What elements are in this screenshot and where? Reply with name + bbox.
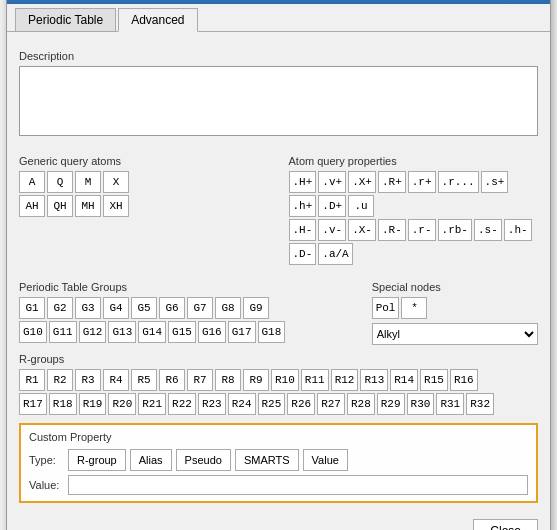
r-group-btn-R24[interactable]: R24 (228, 393, 256, 415)
value-label: Value: (29, 479, 64, 491)
description-label: Description (19, 50, 538, 62)
r-groups-row1: R1R2R3R4R5R6R7R8R9R10R11R12R13R14R15R16 (19, 369, 538, 391)
type-label: Type: (29, 454, 64, 466)
periodic-btn-G3[interactable]: G3 (75, 297, 101, 319)
r-group-btn-R18[interactable]: R18 (49, 393, 77, 415)
periodic-btn-G4[interactable]: G4 (103, 297, 129, 319)
r-group-btn-R22[interactable]: R22 (168, 393, 196, 415)
generic-btn-A[interactable]: A (19, 171, 45, 193)
r-group-btn-R19[interactable]: R19 (79, 393, 107, 415)
atom-query-btn-D[interactable]: .D+ (318, 195, 346, 217)
tab-bar: Periodic Table Advanced (7, 4, 550, 32)
r-group-btn-R4[interactable]: R4 (103, 369, 129, 391)
type-btn-r-group[interactable]: R-group (68, 449, 126, 471)
generic-btn-XH[interactable]: XH (103, 195, 129, 217)
r-group-btn-R28[interactable]: R28 (347, 393, 375, 415)
atom-query-btn-R[interactable]: .R- (378, 219, 406, 241)
generic-btn-X[interactable]: X (103, 171, 129, 193)
value-input[interactable] (68, 475, 528, 495)
atom-query-btn-rb[interactable]: .rb- (438, 219, 472, 241)
periodic-btn-G16[interactable]: G16 (198, 321, 226, 343)
periodic-row1: G1G2G3G4G5G6G7G8G9 (19, 297, 352, 319)
r-group-btn-R16[interactable]: R16 (450, 369, 478, 391)
type-btn-alias[interactable]: Alias (130, 449, 172, 471)
r-group-btn-R20[interactable]: R20 (108, 393, 136, 415)
periodic-btn-G10[interactable]: G10 (19, 321, 47, 343)
type-btn-pseudo[interactable]: Pseudo (176, 449, 231, 471)
advanced-panel: Description Generic query atoms AQMX AHQ… (7, 32, 550, 513)
r-group-btn-R14[interactable]: R14 (390, 369, 418, 391)
special-btn-Pol[interactable]: Pol (372, 297, 400, 319)
r-group-btn-R10[interactable]: R10 (271, 369, 299, 391)
r-group-btn-R29[interactable]: R29 (377, 393, 405, 415)
periodic-btn-G1[interactable]: G1 (19, 297, 45, 319)
atom-query-row1: .H+.v+.X+.R+.r+.r....s+.h+.D+.u (289, 171, 539, 217)
periodic-btn-G11[interactable]: G11 (49, 321, 77, 343)
atom-query-btn-u[interactable]: .u (348, 195, 374, 217)
r-group-btn-R13[interactable]: R13 (360, 369, 388, 391)
periodic-btn-G6[interactable]: G6 (159, 297, 185, 319)
atom-query-btn-v[interactable]: .v+ (318, 171, 346, 193)
atom-query-btn-aA[interactable]: .a/A (318, 243, 352, 265)
atom-query-btn-X[interactable]: .X+ (348, 171, 376, 193)
atom-query-btn-H[interactable]: .H- (289, 219, 317, 241)
r-group-btn-R23[interactable]: R23 (198, 393, 226, 415)
atom-query-btn-H[interactable]: .H+ (289, 171, 317, 193)
atom-query-btn-s[interactable]: .s- (474, 219, 502, 241)
type-btn-value[interactable]: Value (303, 449, 348, 471)
periodic-btn-G14[interactable]: G14 (138, 321, 166, 343)
r-group-btn-R21[interactable]: R21 (138, 393, 166, 415)
periodic-btn-G5[interactable]: G5 (131, 297, 157, 319)
periodic-btn-G15[interactable]: G15 (168, 321, 196, 343)
periodic-btn-G7[interactable]: G7 (187, 297, 213, 319)
generic-btn-QH[interactable]: QH (47, 195, 73, 217)
atom-query-btn-r[interactable]: .r... (438, 171, 479, 193)
r-group-btn-R3[interactable]: R3 (75, 369, 101, 391)
atom-query-btn-R[interactable]: .R+ (378, 171, 406, 193)
periodic-btn-G13[interactable]: G13 (108, 321, 136, 343)
atom-query-btn-h[interactable]: .h+ (289, 195, 317, 217)
r-group-btn-R11[interactable]: R11 (301, 369, 329, 391)
r-group-btn-R15[interactable]: R15 (420, 369, 448, 391)
r-group-btn-R1[interactable]: R1 (19, 369, 45, 391)
atom-query-btn-X[interactable]: .X- (348, 219, 376, 241)
atom-query-btn-s[interactable]: .s+ (481, 171, 509, 193)
atom-query-btn-r[interactable]: .r+ (408, 171, 436, 193)
r-group-btn-R17[interactable]: R17 (19, 393, 47, 415)
periodic-btn-G17[interactable]: G17 (228, 321, 256, 343)
generic-btn-MH[interactable]: MH (75, 195, 101, 217)
r-group-btn-R6[interactable]: R6 (159, 369, 185, 391)
periodic-btn-G8[interactable]: G8 (215, 297, 241, 319)
generic-btn-Q[interactable]: Q (47, 171, 73, 193)
r-group-btn-R27[interactable]: R27 (317, 393, 345, 415)
r-group-btn-R7[interactable]: R7 (187, 369, 213, 391)
periodic-btn-G18[interactable]: G18 (258, 321, 286, 343)
atom-query-btn-r[interactable]: .r- (408, 219, 436, 241)
periodic-groups-label: Periodic Table Groups (19, 281, 352, 293)
r-group-btn-R9[interactable]: R9 (243, 369, 269, 391)
r-group-btn-R32[interactable]: R32 (466, 393, 494, 415)
tab-advanced[interactable]: Advanced (118, 8, 197, 32)
periodic-btn-G9[interactable]: G9 (243, 297, 269, 319)
atom-query-btn-v[interactable]: .v- (318, 219, 346, 241)
alkyl-select[interactable]: Alkyl (372, 323, 538, 345)
r-group-btn-R31[interactable]: R31 (436, 393, 464, 415)
description-input[interactable] (19, 66, 538, 136)
r-group-btn-R26[interactable]: R26 (287, 393, 315, 415)
tab-periodic-table[interactable]: Periodic Table (15, 8, 116, 31)
r-group-btn-R2[interactable]: R2 (47, 369, 73, 391)
close-button[interactable]: Close (473, 519, 538, 531)
type-btn-smarts[interactable]: SMARTS (235, 449, 299, 471)
periodic-btn-G12[interactable]: G12 (79, 321, 107, 343)
r-group-btn-R30[interactable]: R30 (407, 393, 435, 415)
r-group-btn-R8[interactable]: R8 (215, 369, 241, 391)
generic-btn-AH[interactable]: AH (19, 195, 45, 217)
atom-query-btn-D[interactable]: .D- (289, 243, 317, 265)
r-group-btn-R12[interactable]: R12 (331, 369, 359, 391)
r-group-btn-R25[interactable]: R25 (258, 393, 286, 415)
r-group-btn-R5[interactable]: R5 (131, 369, 157, 391)
periodic-btn-G2[interactable]: G2 (47, 297, 73, 319)
special-btn-[interactable]: * (401, 297, 427, 319)
atom-query-btn-h[interactable]: .h- (504, 219, 532, 241)
generic-btn-M[interactable]: M (75, 171, 101, 193)
